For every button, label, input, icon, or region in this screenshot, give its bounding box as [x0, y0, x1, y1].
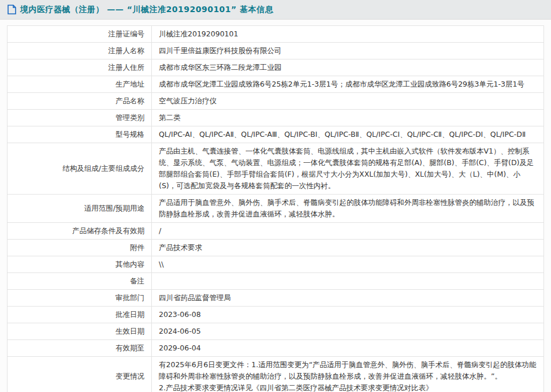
document-icon	[8, 5, 16, 14]
table-row: 变更情况有2025年6月6日变更文件：1.适用范围变更为“产品适用于脑血管意外、…	[8, 357, 544, 392]
row-value: 产品技术要求	[152, 240, 544, 256]
row-value	[152, 273, 544, 290]
row-value: 2029-06-04	[152, 340, 544, 357]
row-value: 2024-06-05	[152, 323, 544, 340]
row-label: 附件	[8, 240, 152, 256]
row-value: /	[152, 223, 544, 240]
table-row: 附件产品技术要求	[8, 240, 544, 256]
row-value: 川械注准20192090101	[152, 26, 544, 43]
page-title: 境内医疗器械（注册） —— “川械注准20192090101” 基本信息	[20, 5, 273, 15]
row-value: 成都市成华区龙潭工业园成致路6号25栋2单元1-3层1号；成都市成华区龙潭工业园…	[152, 76, 544, 93]
row-label: 变更情况	[8, 357, 152, 392]
row-value: 产品由主机、气囊连接管、一体化气囊肢体套筒、电源线组成，其中主机由嵌入式软件（软…	[152, 143, 544, 195]
registration-info-panel: 注册证编号川械注准20192090101注册人名称四川千里倍益康医疗科技股份有限…	[0, 20, 551, 392]
row-value: 成都市成华区东三环路二段龙潭工业园	[152, 59, 544, 76]
row-value: 产品适用于脑血管意外、脑外伤、脑手术后、脊髓病变引起的肢体功能障碍和外周非栓塞性…	[152, 195, 544, 223]
row-value: 四川省药品监督管理局	[152, 290, 544, 307]
table-row: 备注	[8, 273, 544, 290]
row-value: 第二类	[152, 110, 544, 126]
row-label: 注册证编号	[8, 26, 152, 43]
row-value: 四川千里倍益康医疗科技股份有限公司	[152, 43, 544, 59]
table-row: 生产地址成都市成华区龙潭工业园成致路6号25栋2单元1-3层1号；成都市成华区龙…	[8, 76, 544, 93]
table-row: 审批部门四川省药品监督管理局	[8, 290, 544, 307]
table-row: 管理类别第二类	[8, 110, 544, 126]
table-row: 结构及组成/主要组成成分产品由主机、气囊连接管、一体化气囊肢体套筒、电源线组成，…	[8, 143, 544, 195]
table-row: 批准日期2023-06-08	[8, 307, 544, 323]
table-row: 注册证编号川械注准20192090101	[8, 26, 544, 43]
info-table-body: 注册证编号川械注准20192090101注册人名称四川千里倍益康医疗科技股份有限…	[8, 26, 544, 392]
table-row: 适用范围/预期用途产品适用于脑血管意外、脑外伤、脑手术后、脊髓病变引起的肢体功能…	[8, 195, 544, 223]
table-row: 有效期至2029-06-04	[8, 340, 544, 357]
row-value: 有2025年6月6日变更文件：1.适用范围变更为“产品适用于脑血管意外、脑外伤、…	[152, 357, 544, 392]
table-row: 产品储存条件及有效期/	[8, 223, 544, 240]
row-value: QL/IPC-AⅠ、QL/IPC-AⅡ、QL/IPC-AⅢ、QL/IPC-BⅠ、…	[152, 126, 544, 143]
row-label: 管理类别	[8, 110, 152, 126]
table-row: 产品名称空气波压力治疗仪	[8, 93, 544, 110]
table-row: 注册人名称四川千里倍益康医疗科技股份有限公司	[8, 43, 544, 59]
row-label: 审批部门	[8, 290, 152, 307]
row-value: 空气波压力治疗仪	[152, 93, 544, 110]
row-label: 有效期至	[8, 340, 152, 357]
row-label: 型号规格	[8, 126, 152, 143]
row-label: 注册人名称	[8, 43, 152, 59]
table-row: 生效日期2024-06-05	[8, 323, 544, 340]
row-label: 注册人住所	[8, 59, 152, 76]
registration-info-table: 注册证编号川械注准20192090101注册人名称四川千里倍益康医疗科技股份有限…	[7, 25, 544, 392]
row-value: \\	[152, 256, 544, 273]
row-label: 批准日期	[8, 307, 152, 323]
table-row: 型号规格QL/IPC-AⅠ、QL/IPC-AⅡ、QL/IPC-AⅢ、QL/IPC…	[8, 126, 544, 143]
row-label: 生效日期	[8, 323, 152, 340]
table-row: 注册人住所成都市成华区东三环路二段龙潭工业园	[8, 59, 544, 76]
row-label: 结构及组成/主要组成成分	[8, 143, 152, 195]
page-header: 境内医疗器械（注册） —— “川械注准20192090101” 基本信息	[0, 0, 551, 20]
row-label: 生产地址	[8, 76, 152, 93]
row-label: 其他内容	[8, 256, 152, 273]
row-label: 产品储存条件及有效期	[8, 223, 152, 240]
table-row: 其他内容\\	[8, 256, 544, 273]
row-label: 适用范围/预期用途	[8, 195, 152, 223]
row-value: 2023-06-08	[152, 307, 544, 323]
row-label: 产品名称	[8, 93, 152, 110]
row-label: 备注	[8, 273, 152, 290]
